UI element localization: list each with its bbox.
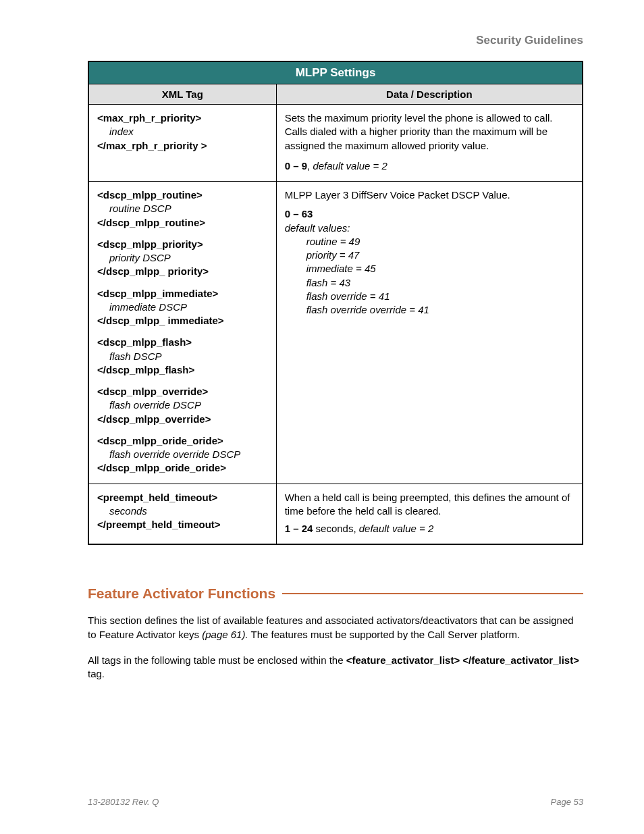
xml-tag-value: flash DSCP (97, 350, 268, 363)
table-title: MLPP Settings (88, 61, 583, 84)
footer-left: 13-280132 Rev. Q (88, 797, 159, 807)
para-text: The features must be supported by the Ca… (248, 629, 520, 640)
col-header-description: Data / Description (276, 84, 583, 105)
range-bold: 0 – 63 (285, 207, 574, 221)
range-default: default value = 2 (313, 160, 387, 172)
inline-tag: <feature_activator_list> </feature_activ… (346, 654, 579, 666)
mlpp-settings-table: MLPP Settings XML Tag Data / Description… (88, 61, 583, 545)
xml-tag-value: priority DSCP (97, 251, 268, 265)
xml-tag-open: <dscp_mlpp_routine> (97, 189, 203, 201)
description-text: MLPP Layer 3 DiffServ Voice Packet DSCP … (285, 188, 574, 202)
xml-tag-value: flash override override DSCP (97, 448, 268, 461)
description-text: When a held call is being preempted, thi… (285, 491, 574, 519)
table-row: <preempt_held_timeout> seconds </preempt… (88, 484, 583, 544)
default-value: flash = 43 (285, 276, 574, 290)
default-value: priority = 47 (285, 249, 574, 262)
body-paragraph: This section defines the list of availab… (88, 614, 583, 642)
description-text: Sets the maximum priority level the phon… (285, 111, 574, 153)
default-value: immediate = 45 (285, 262, 574, 276)
range-default: default value = 2 (359, 523, 434, 534)
page-ref: (page 61). (202, 629, 248, 640)
xml-tag-open: <dscp_mlpp_immediate> (97, 288, 218, 299)
default-value: routine = 49 (285, 235, 574, 249)
page: Security Guidelines MLPP Settings XML Ta… (0, 0, 644, 834)
section-heading: Feature Activator Functions (88, 585, 583, 602)
body-paragraph: All tags in the following table must be … (88, 654, 583, 681)
xml-tag-open: <dscp_mlpp_oride_oride> (97, 435, 223, 446)
xml-tag-close: </dscp_mlpp_oride_oride> (97, 462, 226, 473)
default-value: flash override = 41 (285, 290, 574, 303)
section-rule (282, 593, 583, 594)
xml-tag-value: index (97, 125, 268, 138)
xml-tag-close: </dscp_mlpp_routine> (97, 217, 205, 228)
xml-tag-close: </dscp_mlpp_override> (97, 413, 211, 425)
xml-tag-close: </dscp_mlpp_ priority> (97, 265, 209, 277)
defaults-label: default values: (285, 221, 574, 235)
xml-tag-open: <dscp_mlpp_override> (97, 386, 208, 397)
xml-tag-open: <dscp_mlpp_flash> (97, 336, 192, 348)
range-bold: 1 – 24 (285, 523, 313, 534)
default-value: flash override override = 41 (285, 303, 574, 317)
xml-tag-open: <preempt_held_timeout> (97, 492, 217, 503)
section-title-text: Feature Activator Functions (88, 585, 282, 602)
para-text: tag. (88, 668, 105, 679)
xml-tag-close: </preempt_held_timeout> (97, 519, 221, 530)
xml-tag-close: </dscp_mlpp_ immediate> (97, 315, 224, 326)
xml-tag-value: seconds (97, 504, 268, 518)
xml-tag-close: </dscp_mlpp_flash> (97, 364, 194, 375)
page-footer: 13-280132 Rev. Q Page 53 (88, 797, 583, 807)
page-header-title: Security Guidelines (88, 34, 583, 47)
col-header-xml-tag: XML Tag (88, 84, 276, 105)
para-text: All tags in the following table must be … (88, 654, 346, 666)
xml-tag-value: flash override DSCP (97, 398, 268, 412)
xml-tag-value: routine DSCP (97, 202, 268, 215)
footer-right: Page 53 (551, 797, 583, 807)
xml-tag-open: <max_rph_r_priority> (97, 112, 201, 124)
range-mid: seconds, (313, 523, 358, 534)
xml-tag-close: </max_rph_r_priority > (97, 140, 207, 151)
xml-tag-open: <dscp_mlpp_priority> (97, 238, 203, 250)
table-row: <max_rph_r_priority> index </max_rph_r_p… (88, 105, 583, 182)
table-row: <dscp_mlpp_routine> routine DSCP </dscp_… (88, 182, 583, 484)
xml-tag-value: immediate DSCP (97, 301, 268, 314)
range-bold: 0 – 9 (285, 160, 307, 172)
